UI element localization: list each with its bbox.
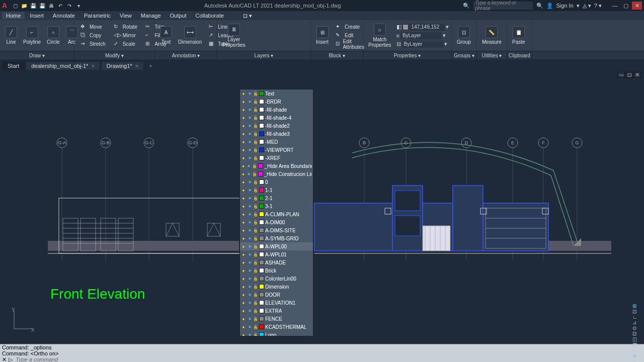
layer-on-icon[interactable]: ● bbox=[241, 252, 246, 257]
ribbon-label-groups[interactable]: Groups ▾ bbox=[452, 51, 477, 59]
layer-lock-icon[interactable]: 🔓 bbox=[253, 188, 258, 193]
layer-lock-icon[interactable]: 🔓 bbox=[253, 252, 258, 257]
rotate-button[interactable]: ↻Rotate bbox=[112, 23, 139, 31]
layer-freeze-icon[interactable]: ☀ bbox=[247, 171, 251, 176]
layer-on-icon[interactable]: ● bbox=[241, 308, 246, 313]
layer-on-icon[interactable]: ● bbox=[241, 131, 246, 136]
help-icon[interactable]: ? ▾ bbox=[594, 3, 602, 9]
layer-freeze-icon[interactable]: ☀ bbox=[247, 268, 252, 273]
layer-freeze-icon[interactable]: ☀ bbox=[247, 292, 252, 297]
move-button[interactable]: ✥Move bbox=[78, 23, 108, 31]
ribbon-label-modify[interactable]: Modify ▾ bbox=[74, 51, 155, 59]
close-icon[interactable]: × bbox=[135, 63, 138, 69]
qat-plot-icon[interactable]: 🖶 bbox=[47, 2, 55, 10]
layer-freeze-icon[interactable]: ☀ bbox=[247, 91, 252, 96]
layer-on-icon[interactable]: ● bbox=[241, 107, 246, 112]
layer-row[interactable]: ●☀🔓-fill-shade2 bbox=[240, 122, 313, 130]
layer-color-swatch[interactable] bbox=[259, 284, 264, 289]
layer-row[interactable]: ●☀🔓-BRDR bbox=[240, 98, 313, 106]
viewport-maximize-button[interactable]: ▢ bbox=[626, 72, 633, 78]
scale-button[interactable]: ⤢Scale bbox=[112, 40, 139, 48]
command-close-icon[interactable]: ✕ bbox=[2, 356, 7, 363]
layer-freeze-icon[interactable]: ☀ bbox=[247, 260, 252, 265]
layer-freeze-icon[interactable]: ☀ bbox=[247, 123, 252, 128]
status-toggle[interactable]: ◫ bbox=[631, 336, 641, 342]
dropdown-icon[interactable]: ▾ bbox=[444, 41, 447, 47]
layer-lock-icon[interactable]: 🔓 bbox=[253, 107, 258, 112]
layer-freeze-icon[interactable]: ☀ bbox=[247, 284, 252, 289]
layer-lock-icon[interactable]: 🔓 bbox=[253, 292, 258, 297]
drawing-canvas[interactable]: — ▢ ✕ G-AG-BG-CG-D BCDEFG bbox=[0, 70, 644, 344]
layer-on-icon[interactable]: ● bbox=[241, 292, 246, 297]
search-go-icon[interactable]: 🔍 bbox=[536, 3, 543, 9]
qat-saveas-icon[interactable]: 💾 bbox=[38, 2, 46, 10]
layer-color-swatch[interactable] bbox=[259, 131, 264, 136]
menu-collaborate[interactable]: Collaborate bbox=[192, 12, 228, 19]
layer-lock-icon[interactable]: 🔓 bbox=[253, 123, 258, 128]
match-properties-button[interactable]: ⌂Match Properties bbox=[365, 21, 394, 50]
status-toggle[interactable]: ∟ bbox=[631, 314, 641, 320]
layer-freeze-icon[interactable]: ☀ bbox=[247, 179, 252, 185]
layer-lock-icon[interactable]: 🔓 bbox=[253, 204, 258, 209]
layer-row[interactable]: ●☀🔓Text bbox=[240, 89, 313, 98]
layer-lock-icon[interactable]: 🔓 bbox=[253, 155, 258, 160]
layer-color-swatch[interactable] bbox=[259, 179, 264, 185]
menu-output[interactable]: Output bbox=[166, 12, 191, 19]
menu-insert[interactable]: Insert bbox=[26, 12, 48, 19]
layer-row[interactable]: ●☀🔓2-1 bbox=[240, 194, 313, 202]
layer-row[interactable]: ●☀🔓ColcnterLin00 bbox=[240, 275, 313, 283]
layer-row[interactable]: ●☀🔓KCADSTHERMAL bbox=[240, 323, 313, 331]
layer-lock-icon[interactable]: 🔓 bbox=[252, 171, 257, 176]
layer-color-swatch[interactable] bbox=[259, 316, 264, 321]
layer-color-swatch[interactable] bbox=[259, 123, 264, 128]
layer-lock-icon[interactable]: 🔓 bbox=[253, 131, 258, 136]
layer-color-swatch[interactable] bbox=[258, 163, 263, 168]
layer-color-swatch[interactable] bbox=[259, 228, 264, 233]
layer-freeze-icon[interactable]: ☀ bbox=[247, 332, 252, 336]
layer-lock-icon[interactable]: 🔓 bbox=[253, 284, 258, 289]
layer-lock-icon[interactable]: 🔓 bbox=[253, 196, 258, 201]
layer-lock-icon[interactable]: 🔓 bbox=[253, 220, 258, 225]
layer-on-icon[interactable]: ● bbox=[241, 316, 246, 321]
layer-on-icon[interactable]: ● bbox=[241, 324, 246, 329]
layer-freeze-icon[interactable]: ☀ bbox=[247, 188, 252, 193]
layer-color-swatch[interactable] bbox=[259, 268, 264, 273]
layer-row[interactable]: ●☀🔓A-WPL00 bbox=[240, 242, 313, 250]
layer-on-icon[interactable]: ● bbox=[241, 147, 246, 152]
layer-on-icon[interactable]: ● bbox=[241, 284, 246, 289]
layer-freeze-icon[interactable]: ☀ bbox=[247, 308, 252, 313]
layer-color-swatch[interactable] bbox=[259, 107, 264, 112]
layer-color-swatch[interactable] bbox=[259, 244, 264, 249]
status-toggle[interactable]: ⊕ bbox=[631, 353, 641, 358]
menu-manage[interactable]: Manage bbox=[137, 12, 165, 19]
layer-freeze-icon[interactable]: ☀ bbox=[247, 131, 252, 136]
command-input[interactable]: ✕ ▷_ Type a command bbox=[0, 356, 644, 362]
layer-on-icon[interactable]: ● bbox=[241, 236, 246, 241]
layer-color-swatch[interactable] bbox=[259, 139, 264, 144]
layer-row[interactable]: ●☀🔓-fill-shade-4 bbox=[240, 114, 313, 122]
layer-freeze-icon[interactable]: ☀ bbox=[247, 220, 252, 225]
layer-lock-icon[interactable]: 🔓 bbox=[253, 244, 258, 249]
layer-color-swatch[interactable] bbox=[259, 212, 264, 217]
measure-button[interactable]: 📏Measure bbox=[479, 21, 505, 50]
layer-lock-icon[interactable]: 🔓 bbox=[253, 179, 258, 185]
sign-in-link[interactable]: Sign In bbox=[556, 3, 574, 9]
file-tab-drawing1[interactable]: Drawing1*× bbox=[101, 61, 144, 70]
status-toggle[interactable]: ⊡ bbox=[631, 331, 641, 336]
paste-button[interactable]: 📋Paste bbox=[509, 21, 528, 50]
layer-lock-icon[interactable]: 🔓 bbox=[253, 332, 258, 336]
layer-on-icon[interactable]: ● bbox=[241, 212, 246, 217]
layer-row[interactable]: ●☀🔓A-WPL01 bbox=[240, 250, 313, 258]
color-select[interactable]: 147,149,152 bbox=[410, 24, 445, 31]
layer-row[interactable]: ●☀🔓_Hide Area Boundaries bbox=[240, 162, 313, 170]
layer-color-swatch[interactable] bbox=[259, 147, 264, 152]
layer-lock-icon[interactable]: 🔓 bbox=[252, 163, 257, 168]
layer-freeze-icon[interactable]: ☀ bbox=[247, 196, 252, 201]
layer-on-icon[interactable]: ● bbox=[241, 244, 246, 249]
block-edit-attrs-button[interactable]: ⊡Edit Attributes bbox=[334, 40, 368, 48]
layer-color-swatch[interactable] bbox=[259, 99, 264, 104]
layer-on-icon[interactable]: ● bbox=[241, 155, 246, 160]
layer-row[interactable]: ●☀🔓DOOR bbox=[240, 291, 313, 299]
polyline-button[interactable]: ⌐Polyline bbox=[20, 21, 44, 50]
layer-row[interactable]: ●☀🔓Logo bbox=[240, 331, 313, 336]
